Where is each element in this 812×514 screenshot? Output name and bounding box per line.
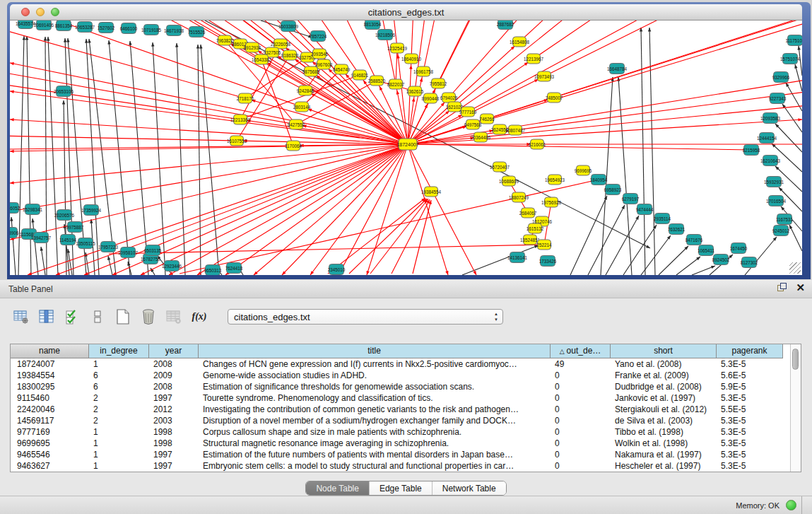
table-row[interactable]: 969969511998Structural magnetic resonanc… — [11, 438, 790, 449]
table-cell: Disruption of a novel member of a sodium… — [199, 415, 551, 426]
arrowhead-icon — [367, 271, 370, 275]
table-cell: 0 — [551, 449, 611, 460]
memory-status-icon[interactable] — [786, 500, 796, 510]
edge — [10, 21, 408, 144]
dropdown-value: citations_edges.txt — [234, 312, 310, 322]
edge — [10, 21, 408, 144]
node-label: 8924502 — [712, 257, 730, 262]
node-label: 12093583 — [760, 116, 781, 121]
node-label: 16107552 — [227, 139, 247, 144]
new-table-icon[interactable] — [114, 308, 131, 325]
close-panel-icon[interactable]: ✕ — [796, 283, 805, 293]
table-cell: Nakamura et al. (1997) — [611, 449, 717, 460]
window-titlebar[interactable]: citations_edges.txt — [10, 4, 802, 21]
window-title: citations_edges.txt — [10, 7, 802, 18]
arrowhead-icon — [64, 38, 66, 42]
node-label: 7624418 — [225, 266, 243, 271]
show-column-icon[interactable] — [38, 308, 55, 325]
node-label: 10958107 — [118, 250, 139, 255]
node-label: 1065411 — [698, 248, 715, 253]
node-label: 746266 — [479, 117, 495, 122]
column-header-pagerank[interactable]: pagerank — [717, 344, 783, 358]
node-label: 2935114 — [654, 216, 671, 221]
tab-node-table[interactable]: Node Table — [306, 481, 370, 495]
table-cell: 5.5E-5 — [717, 404, 783, 415]
table-row[interactable]: 1872400712008Changes of HCN gene express… — [11, 358, 790, 370]
column-header-name[interactable]: name — [11, 344, 89, 358]
node-label: 10807487 — [505, 128, 526, 133]
edge — [10, 21, 408, 144]
column-header-year[interactable]: year — [149, 344, 199, 358]
table-cell: 5.3E-5 — [717, 438, 783, 449]
edge — [64, 100, 66, 275]
edge — [10, 21, 408, 144]
tab-network-table[interactable]: Network Table — [433, 481, 506, 495]
network-canvas[interactable]: 1643557420691406886135410653287152760264… — [10, 21, 802, 275]
edge — [10, 21, 408, 144]
table-row[interactable]: 1456911722003Disruption of a novel membe… — [11, 415, 790, 426]
edge — [68, 249, 72, 275]
tab-edge-table[interactable]: Edge Table — [370, 481, 433, 495]
arrowhead-icon — [798, 118, 802, 121]
table-header-row: namein_degreeyeartitle△out_de…shortpager… — [11, 344, 790, 358]
node-label: 7955812 — [430, 81, 447, 86]
column-header-short[interactable]: short — [611, 344, 717, 358]
table-row[interactable]: 946362711997Embryonic stem cells: a mode… — [11, 460, 790, 472]
column-header-out_de[interactable]: △out_de… — [551, 344, 611, 358]
node-label: 19218506 — [375, 33, 396, 37]
table-source-dropdown[interactable]: citations_edges.txt ▲▼ — [228, 309, 503, 325]
edge — [782, 104, 802, 132]
arrowhead-icon — [10, 150, 14, 153]
node-label: 20364486 — [471, 135, 491, 140]
node-label: 15751074 — [780, 57, 801, 62]
table-row[interactable]: 946554611997Estimation of the future num… — [11, 449, 790, 460]
node-label: 2026052 — [10, 206, 20, 211]
arrowhead-icon — [141, 272, 145, 275]
node-label: 9699695 — [575, 168, 592, 173]
scrollbar-thumb[interactable] — [792, 349, 799, 370]
function-builder-icon[interactable]: f(x) — [191, 308, 208, 325]
table-row[interactable]: 2242004622012Investigating the contribut… — [11, 404, 790, 415]
table-row[interactable]: 911546021997Tourette syndrome. Phenomeno… — [11, 392, 790, 404]
node-label: 8186328 — [281, 53, 299, 58]
table-cell: 1 — [89, 426, 149, 438]
table-row[interactable]: 1830029562008Estimation of significance … — [11, 381, 790, 392]
table-settings-icon[interactable] — [13, 308, 30, 325]
sort-ascending-icon: △ — [560, 348, 565, 355]
table-cell: 5.3E-5 — [717, 392, 783, 404]
table-cell: 2 — [89, 404, 149, 415]
arrowhead-icon — [409, 65, 412, 69]
column-header-in_degree[interactable]: in_degree — [89, 344, 149, 358]
table-row[interactable]: 977716911998Corpus callosum shape and si… — [11, 426, 790, 438]
table-panel-header: Table Panel ✕ — [0, 280, 812, 298]
column-header-title[interactable]: title — [199, 344, 551, 358]
arrowhead-icon — [23, 36, 25, 40]
node-label: 10688609 — [499, 179, 519, 184]
node-label: 8813054 — [364, 22, 382, 27]
float-window-icon[interactable] — [777, 283, 787, 293]
delete-table-icon[interactable] — [140, 308, 157, 325]
edge — [10, 21, 408, 144]
edge — [745, 237, 777, 275]
edge — [153, 42, 165, 275]
edge — [10, 21, 408, 144]
node-label: 16210643 — [760, 158, 781, 163]
arrowhead-icon — [412, 98, 415, 102]
node-label: 1167531 — [776, 217, 794, 222]
arrowhead-icon — [85, 39, 88, 43]
node-label: 9242848 — [297, 88, 314, 93]
node-label: 1527602 — [98, 25, 115, 30]
table-row[interactable]: 1938455462009Genome-wide association stu… — [11, 370, 790, 381]
node-label: 16782759 — [141, 257, 161, 262]
node-label: 1840954 — [590, 177, 608, 182]
resize-grip[interactable] — [789, 262, 801, 274]
table-scrollbar[interactable] — [790, 344, 801, 472]
table-cell: Stergiakouli et al. (2012) — [611, 404, 717, 415]
edge — [10, 144, 408, 211]
arrowhead-icon — [363, 80, 367, 84]
table-cell: 14569117 — [11, 415, 89, 426]
edge — [676, 257, 700, 275]
merge-rows-icon[interactable] — [89, 308, 106, 325]
select-rows-icon[interactable] — [64, 308, 81, 325]
table-cell: 9463627 — [11, 460, 89, 472]
